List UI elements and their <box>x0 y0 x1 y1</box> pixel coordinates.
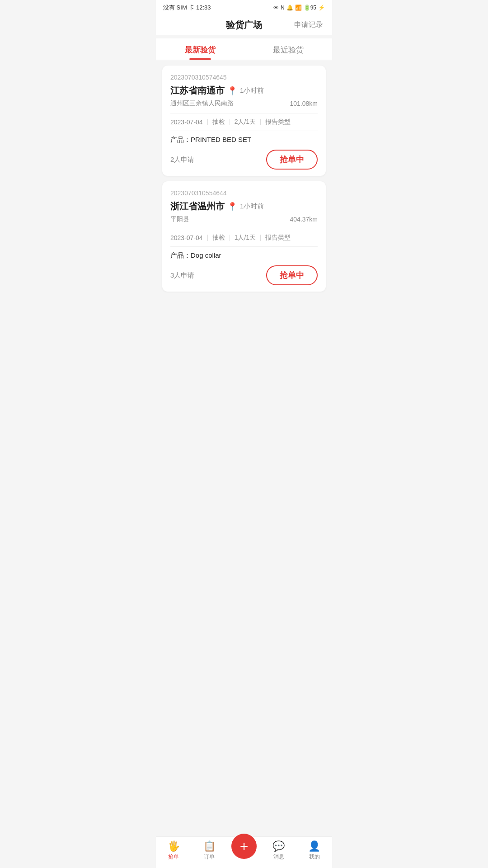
order-icon: 📋 <box>203 840 216 852</box>
bell-icon: 🔔 <box>286 5 293 11</box>
card-date-1: 2023-07-04 <box>170 118 207 126</box>
card-address-2: 平阳县 <box>170 215 189 223</box>
tab-recent[interactable]: 最近验货 <box>244 38 332 60</box>
card-footer-1: 2人申请 抢单中 <box>170 150 318 170</box>
card-footer-2: 3人申请 抢单中 <box>170 265 318 285</box>
tab-latest[interactable]: 最新验货 <box>156 38 244 60</box>
card-product-2: 产品：Dog collar <box>170 251 318 260</box>
nav-item-grab[interactable]: 🖐 抢单 <box>160 840 187 861</box>
page-title: 验货广场 <box>226 19 262 31</box>
status-left: 没有 SIM 卡 12:33 <box>163 4 211 12</box>
card-location-row-1: 江苏省南通市 📍 1小时前 <box>170 85 318 97</box>
charge-icon: ⚡ <box>318 5 325 11</box>
nav-label-grab: 抢单 <box>168 853 179 861</box>
card-product-1: 产品：PRINTED BED SET <box>170 136 318 144</box>
grab-button-1[interactable]: 抢单中 <box>266 150 318 170</box>
nav-item-mine[interactable]: 👤 我的 <box>301 840 328 861</box>
card-date-2: 2023-07-04 <box>170 234 207 241</box>
card-meta-1: 2023-07-04 抽检 2人/1天 报告类型 <box>170 113 318 131</box>
card-people-days-1: 2人/1天 <box>230 118 260 126</box>
nav-label-mine: 我的 <box>309 853 320 861</box>
card-address-row-2: 平阳县 404.37km <box>170 215 318 223</box>
card-time-2: 1小时前 <box>240 202 264 211</box>
wifi-icon: 📶 <box>295 5 302 11</box>
header: 验货广场 申请记录 <box>156 14 332 35</box>
nav-label-order: 订单 <box>204 853 215 861</box>
plus-icon: + <box>240 839 249 854</box>
nfc-icon: N <box>281 5 285 11</box>
application-record-link[interactable]: 申请记录 <box>294 20 323 30</box>
card-city-1: 江苏省南通市 <box>170 85 225 97</box>
bottom-nav: 🖐 抢单 📋 订单 + 💬 消息 👤 我的 <box>156 836 332 868</box>
location-pin-icon-1: 📍 <box>227 86 237 96</box>
card-report-1: 报告类型 <box>261 118 295 126</box>
grab-button-2[interactable]: 抢单中 <box>266 265 318 285</box>
card-people-days-2: 1人/1天 <box>230 234 260 242</box>
grab-icon: 🖐 <box>168 840 180 852</box>
card-applicants-1: 2人申请 <box>170 156 194 164</box>
card-report-2: 报告类型 <box>261 234 295 242</box>
nav-label-message: 消息 <box>273 853 284 861</box>
nav-item-order[interactable]: 📋 订单 <box>196 840 223 861</box>
status-bar: 没有 SIM 卡 12:33 👁 N 🔔 📶 🔋95 ⚡ <box>156 0 332 14</box>
card-id-2: 2023070310554644 <box>170 189 318 197</box>
card-address-row-1: 通州区三余镇人民南路 101.08km <box>170 99 318 108</box>
card-applicants-2: 3人申请 <box>170 271 194 280</box>
inspection-card-1: 2023070310574645 江苏省南通市 📍 1小时前 通州区三余镇人民南… <box>162 66 326 176</box>
card-location-row-2: 浙江省温州市 📍 1小时前 <box>170 200 318 212</box>
tab-bar: 最新验货 最近验货 <box>156 38 332 60</box>
nav-add-button[interactable]: + <box>231 834 257 859</box>
card-type-2: 抽检 <box>208 234 230 242</box>
card-time-1: 1小时前 <box>240 86 264 95</box>
status-right: 👁 N 🔔 📶 🔋95 ⚡ <box>273 5 325 11</box>
message-icon: 💬 <box>272 840 285 852</box>
card-distance-2: 404.37km <box>290 216 318 223</box>
battery-icon: 🔋95 <box>304 5 316 11</box>
location-pin-icon-2: 📍 <box>227 202 237 212</box>
card-id-1: 2023070310574645 <box>170 74 318 81</box>
nav-item-message[interactable]: 💬 消息 <box>265 840 292 861</box>
card-list: 2023070310574645 江苏省南通市 📍 1小时前 通州区三余镇人民南… <box>156 60 332 339</box>
inspection-card-2: 2023070310554644 浙江省温州市 📍 1小时前 平阳县 404.3… <box>162 181 326 292</box>
eye-icon: 👁 <box>273 5 279 11</box>
card-meta-2: 2023-07-04 抽检 1人/1天 报告类型 <box>170 229 318 247</box>
card-city-2: 浙江省温州市 <box>170 200 225 212</box>
profile-icon: 👤 <box>308 840 320 852</box>
card-type-1: 抽检 <box>208 118 230 126</box>
card-distance-1: 101.08km <box>290 100 318 107</box>
card-address-1: 通州区三余镇人民南路 <box>170 99 234 108</box>
